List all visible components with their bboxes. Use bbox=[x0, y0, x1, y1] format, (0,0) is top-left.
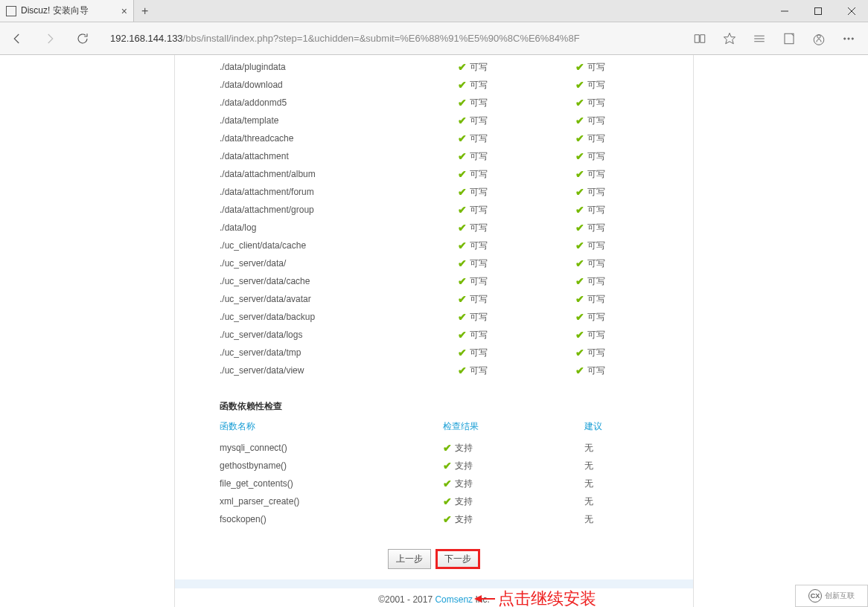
install-wizard-page: ./data/plugindata ✔可写 ✔可写 ./data/downloa… bbox=[174, 55, 694, 607]
directory-path: ./data/plugindata bbox=[220, 62, 458, 72]
directory-path: ./data/threadcache bbox=[220, 133, 458, 144]
directory-path: ./data/download bbox=[220, 80, 458, 90]
viewport: ./data/plugindata ✔可写 ✔可写 ./data/downloa… bbox=[0, 55, 868, 607]
directory-status: ✔可写 bbox=[458, 204, 575, 216]
directory-row: ./uc_server/data/logs ✔可写 ✔可写 bbox=[220, 326, 648, 344]
check-icon: ✔ bbox=[458, 115, 467, 126]
directory-status: ✔可写 bbox=[458, 222, 575, 234]
directory-row: ./data/attachment/group ✔可写 ✔可写 bbox=[220, 201, 648, 219]
prev-button[interactable]: 上一步 bbox=[388, 549, 431, 569]
function-suggestion: 无 bbox=[584, 442, 593, 455]
check-icon: ✔ bbox=[443, 495, 452, 507]
directory-status: ✔可写 bbox=[458, 61, 575, 74]
favorites-icon[interactable] bbox=[722, 31, 737, 46]
directory-status: ✔可写 bbox=[458, 240, 575, 252]
directory-demand: ✔可写 bbox=[575, 150, 605, 163]
function-result: ✔支持 bbox=[443, 495, 584, 508]
watermark-logo: CX 创新互联 bbox=[795, 585, 868, 607]
browser-tab[interactable]: Discuz! 安装向导 × bbox=[0, 0, 134, 22]
reading-view-icon[interactable] bbox=[692, 31, 707, 46]
check-icon: ✔ bbox=[575, 311, 584, 323]
directory-status: ✔可写 bbox=[458, 150, 575, 163]
page-icon bbox=[6, 6, 16, 16]
directory-row: ./uc_server/data/view ✔可写 ✔可写 bbox=[220, 362, 648, 379]
svg-marker-4 bbox=[724, 33, 735, 43]
wizard-buttons: 上一步 下一步 bbox=[220, 549, 648, 569]
directory-row: ./data/addonmd5 ✔可写 ✔可写 bbox=[220, 94, 648, 112]
hub-icon[interactable] bbox=[752, 31, 767, 46]
svg-point-12 bbox=[848, 37, 849, 39]
footer-divider bbox=[175, 579, 693, 588]
check-icon: ✔ bbox=[458, 222, 467, 234]
function-name: xml_parser_create() bbox=[220, 496, 443, 507]
directory-status: ✔可写 bbox=[458, 275, 575, 288]
directory-path: ./uc_server/data/logs bbox=[220, 330, 458, 340]
directory-status: ✔可写 bbox=[458, 311, 575, 324]
directory-demand: ✔可写 bbox=[575, 275, 605, 288]
function-table-header: 函数名称 检查结果 建议 bbox=[220, 420, 648, 433]
directory-status: ✔可写 bbox=[458, 329, 575, 341]
directory-path: ./data/template bbox=[220, 115, 458, 126]
check-icon: ✔ bbox=[458, 257, 467, 269]
check-icon: ✔ bbox=[575, 204, 584, 216]
check-icon: ✔ bbox=[443, 513, 452, 525]
share-icon[interactable] bbox=[811, 31, 826, 46]
directory-demand: ✔可写 bbox=[575, 257, 605, 270]
new-tab-button[interactable]: + bbox=[134, 4, 156, 18]
directory-demand: ✔可写 bbox=[575, 329, 605, 341]
directory-row: ./uc_server/data/tmp ✔可写 ✔可写 bbox=[220, 344, 648, 362]
svg-rect-1 bbox=[814, 8, 821, 15]
check-icon: ✔ bbox=[575, 132, 584, 144]
directory-demand: ✔可写 bbox=[575, 61, 605, 74]
directory-demand: ✔可写 bbox=[575, 79, 605, 91]
forward-button[interactable] bbox=[40, 29, 60, 48]
function-suggestion: 无 bbox=[584, 495, 593, 508]
check-icon: ✔ bbox=[575, 150, 584, 162]
directory-row: ./data/attachment/album ✔可写 ✔可写 bbox=[220, 165, 648, 183]
check-icon: ✔ bbox=[575, 275, 584, 287]
tab-title: Discuz! 安装向导 bbox=[21, 4, 89, 17]
directory-path: ./uc_client/data/cache bbox=[220, 240, 458, 251]
browser-tab-bar: Discuz! 安装向导 × + bbox=[0, 0, 868, 22]
comsenz-link[interactable]: Comsenz bbox=[435, 594, 473, 605]
directory-demand: ✔可写 bbox=[575, 204, 605, 216]
directory-check-table: ./data/plugindata ✔可写 ✔可写 ./data/downloa… bbox=[220, 58, 648, 379]
check-icon: ✔ bbox=[575, 257, 584, 269]
address-bar[interactable]: 192.168.144.133/bbs/install/index.php?st… bbox=[106, 33, 679, 44]
function-suggestion: 无 bbox=[584, 513, 593, 526]
close-window-button[interactable] bbox=[835, 0, 868, 22]
more-icon[interactable] bbox=[841, 31, 856, 46]
directory-path: ./uc_server/data/tmp bbox=[220, 347, 458, 358]
directory-status: ✔可写 bbox=[458, 132, 575, 145]
notes-icon[interactable] bbox=[782, 31, 797, 46]
footer: ©2001 - 2017 Comsenz Inc. bbox=[175, 588, 693, 607]
header-function-name: 函数名称 bbox=[220, 420, 443, 433]
minimize-button[interactable] bbox=[768, 0, 801, 22]
directory-row: ./uc_server/data/cache ✔可写 ✔可写 bbox=[220, 272, 648, 290]
check-icon: ✔ bbox=[443, 442, 452, 454]
check-icon: ✔ bbox=[575, 168, 584, 180]
directory-status: ✔可写 bbox=[458, 79, 575, 91]
maximize-button[interactable] bbox=[801, 0, 835, 22]
directory-row: ./uc_server/data/ ✔可写 ✔可写 bbox=[220, 254, 648, 272]
function-name: gethostbyname() bbox=[220, 460, 443, 471]
directory-demand: ✔可写 bbox=[575, 311, 605, 324]
directory-path: ./uc_server/data/backup bbox=[220, 312, 458, 322]
refresh-button[interactable] bbox=[73, 29, 92, 48]
next-button[interactable]: 下一步 bbox=[435, 549, 480, 569]
check-icon: ✔ bbox=[458, 150, 467, 162]
directory-status: ✔可写 bbox=[458, 293, 575, 306]
directory-status: ✔可写 bbox=[458, 115, 575, 127]
check-icon: ✔ bbox=[458, 311, 467, 323]
check-icon: ✔ bbox=[458, 132, 467, 144]
close-tab-icon[interactable]: × bbox=[121, 5, 127, 17]
function-name: file_get_contents() bbox=[220, 478, 443, 489]
check-icon: ✔ bbox=[575, 329, 584, 341]
function-name: fsockopen() bbox=[220, 514, 443, 524]
directory-row: ./uc_client/data/cache ✔可写 ✔可写 bbox=[220, 237, 648, 254]
back-button[interactable] bbox=[7, 29, 27, 48]
check-icon: ✔ bbox=[575, 79, 584, 91]
directory-demand: ✔可写 bbox=[575, 186, 605, 199]
check-icon: ✔ bbox=[575, 347, 584, 359]
check-icon: ✔ bbox=[575, 293, 584, 305]
